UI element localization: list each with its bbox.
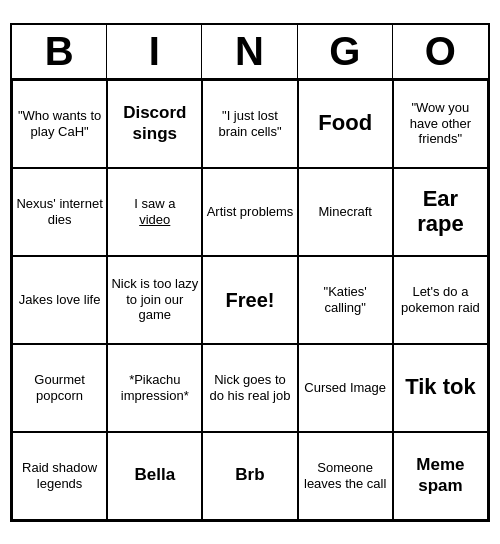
header-letter: G [298,25,393,78]
bingo-cell: Free! [202,256,297,344]
bingo-cell: Food [298,80,393,168]
header-letter: B [12,25,107,78]
bingo-grid: "Who wants to play CaH"Discord sings"I j… [12,80,488,520]
bingo-cell: Jakes love life [12,256,107,344]
bingo-cell: Cursed Image [298,344,393,432]
bingo-cell: I saw a video [107,168,202,256]
bingo-cell: Bella [107,432,202,520]
bingo-header: BINGO [12,25,488,80]
bingo-cell: Nick goes to do his real job [202,344,297,432]
bingo-cell: Minecraft [298,168,393,256]
bingo-cell: Nexus' internet dies [12,168,107,256]
bingo-cell: Artist problems [202,168,297,256]
bingo-cell: "Who wants to play CaH" [12,80,107,168]
bingo-card: BINGO "Who wants to play CaH"Discord sin… [10,23,490,522]
bingo-cell: Ear rape [393,168,488,256]
bingo-cell: Discord sings [107,80,202,168]
bingo-cell: Raid shadow legends [12,432,107,520]
header-letter: I [107,25,202,78]
bingo-cell: Brb [202,432,297,520]
bingo-cell: Gourmet popcorn [12,344,107,432]
bingo-cell: Nick is too lazy to join our game [107,256,202,344]
bingo-cell: "Wow you have other friends" [393,80,488,168]
bingo-cell: Let's do a pokemon raid [393,256,488,344]
bingo-cell: Tik tok [393,344,488,432]
bingo-cell: "Katies' calling" [298,256,393,344]
bingo-cell: Someone leaves the call [298,432,393,520]
bingo-cell: *Pikachu impression* [107,344,202,432]
header-letter: O [393,25,488,78]
bingo-cell: "I just lost brain cells" [202,80,297,168]
header-letter: N [202,25,297,78]
bingo-cell: Meme spam [393,432,488,520]
